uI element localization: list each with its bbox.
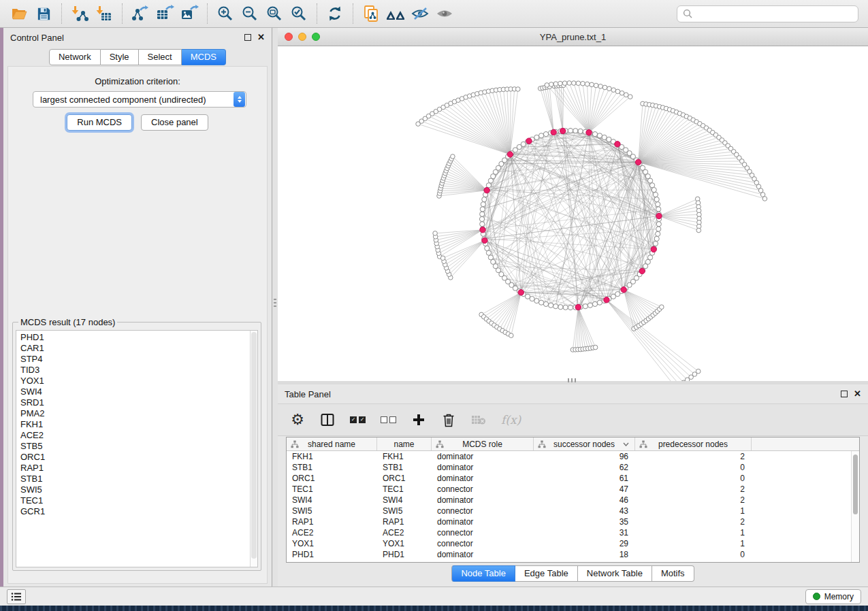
mcds-node-item[interactable]: SWI5 (20, 484, 257, 495)
graph-hub-node[interactable] (635, 159, 641, 165)
graph-node[interactable] (650, 183, 655, 188)
graph-node[interactable] (558, 81, 563, 86)
zoom-in-icon[interactable] (213, 3, 238, 24)
graph-node[interactable] (509, 333, 514, 338)
graph-node[interactable] (696, 369, 701, 374)
graph-node[interactable] (451, 154, 455, 159)
tab-edge-table[interactable]: Edge Table (515, 565, 578, 582)
mcds-node-item[interactable]: ACE2 (20, 430, 257, 441)
graph-hub-node[interactable] (560, 128, 566, 133)
graph-node[interactable] (652, 188, 656, 193)
graph-node[interactable] (488, 255, 493, 260)
mcds-node-item[interactable]: YOX1 (20, 376, 257, 386)
graph-node[interactable] (549, 303, 553, 308)
mcds-node-item[interactable]: PMA2 (20, 408, 257, 419)
add-column-icon[interactable] (411, 411, 426, 429)
table-row[interactable]: TEC1TEC1connector472 (287, 484, 859, 495)
delete-column-icon[interactable] (441, 411, 456, 429)
search-input[interactable] (696, 9, 852, 18)
graph-node[interactable] (590, 82, 594, 87)
graph-hub-node[interactable] (656, 213, 662, 218)
graph-node[interactable] (480, 207, 485, 212)
refresh-icon[interactable] (323, 3, 347, 24)
zoom-selected-icon[interactable] (287, 3, 311, 24)
graph-node[interactable] (602, 135, 607, 139)
graph-node[interactable] (480, 222, 485, 227)
network-graph[interactable] (278, 46, 868, 381)
mcds-node-item[interactable]: STB1 (20, 474, 257, 484)
graph-node[interactable] (539, 133, 544, 138)
graph-node[interactable] (558, 305, 563, 310)
graph-hub-node[interactable] (621, 287, 626, 293)
graph-hub-node[interactable] (615, 142, 620, 147)
graph-node[interactable] (597, 300, 602, 305)
first-neighbors-icon[interactable] (383, 3, 408, 24)
graph-hub-node[interactable] (484, 188, 489, 193)
panel-list-icon[interactable] (7, 589, 26, 604)
hide-selected-icon[interactable] (408, 3, 432, 24)
mcds-node-item[interactable]: STB5 (20, 441, 257, 452)
graph-hub-node[interactable] (518, 290, 524, 295)
open-file-icon[interactable] (7, 3, 31, 24)
graph-node[interactable] (583, 304, 588, 309)
vertical-splitter[interactable] (272, 28, 278, 587)
column-header-successor-nodes[interactable]: successor nodes (534, 437, 635, 450)
tab-node-table[interactable]: Node Table (451, 565, 515, 582)
close-panel-icon[interactable]: ✕ (854, 391, 861, 397)
graph-node[interactable] (656, 202, 660, 207)
save-icon[interactable] (31, 3, 56, 24)
graph-node[interactable] (568, 305, 573, 310)
graph-node[interactable] (568, 128, 573, 133)
import-table-icon[interactable] (92, 3, 116, 24)
float-panel-icon[interactable] (244, 34, 251, 41)
graph-hub-node[interactable] (480, 227, 485, 233)
table-settings-gear-icon[interactable]: ⚙ (290, 411, 305, 429)
graph-hub-node[interactable] (551, 129, 556, 135)
table-row[interactable]: SWI5SWI5connector431 (287, 506, 859, 516)
table-row[interactable]: RAP1RAP1dominator352 (287, 516, 859, 527)
graph-node[interactable] (654, 197, 659, 202)
graph-node[interactable] (656, 207, 661, 212)
graph-node[interactable] (539, 300, 544, 305)
mcds-node-item[interactable]: SWI4 (20, 386, 257, 397)
mcds-node-item[interactable]: PHD1 (20, 332, 257, 343)
graph-node[interactable] (545, 83, 549, 88)
graph-node[interactable] (762, 197, 767, 201)
graph-node[interactable] (482, 197, 487, 202)
close-panel-icon[interactable]: ✕ (257, 34, 265, 41)
float-panel-icon[interactable] (841, 391, 848, 397)
show-all-icon[interactable] (432, 3, 457, 24)
graph-node[interactable] (628, 95, 632, 99)
graph-hub-node[interactable] (526, 138, 532, 144)
column-header-predecessor-nodes[interactable]: predecessor nodes (635, 437, 752, 450)
graph-node[interactable] (562, 81, 567, 86)
column-header-MCDS-role[interactable]: MCDS role (432, 437, 534, 450)
graph-node[interactable] (433, 231, 438, 236)
column-header-shared-name[interactable]: shared name (287, 437, 377, 450)
zoom-out-icon[interactable] (238, 3, 262, 24)
graph-hub-node[interactable] (507, 152, 513, 157)
table-row[interactable]: STB1STB1dominator620 (287, 462, 859, 473)
graph-node[interactable] (598, 84, 603, 89)
graph-node[interactable] (553, 304, 558, 309)
mcds-node-item[interactable]: GCR1 (20, 506, 257, 517)
export-table-icon[interactable] (152, 3, 177, 24)
graph-node[interactable] (653, 192, 658, 197)
graph-node[interactable] (654, 236, 659, 241)
graph-node[interactable] (696, 228, 701, 233)
graph-node[interactable] (480, 212, 485, 216)
graph-node[interactable] (485, 246, 489, 250)
network-canvas[interactable] (278, 46, 868, 381)
tab-mcds[interactable]: MCDS (182, 49, 226, 65)
deselect-all-icon[interactable] (381, 411, 396, 429)
new-network-from-selection-icon[interactable] (359, 3, 383, 24)
export-network-icon[interactable] (128, 3, 152, 24)
close-panel-button[interactable]: Close panel (141, 114, 208, 131)
table-row[interactable]: ACE2ACE2connector311 (287, 527, 859, 538)
graph-node[interactable] (648, 178, 653, 183)
graph-node[interactable] (620, 91, 624, 96)
column-header-name[interactable]: name (377, 437, 432, 450)
mcds-node-item[interactable]: ORC1 (20, 452, 257, 463)
graph-node[interactable] (597, 133, 602, 138)
mcds-node-item[interactable]: SRD1 (20, 397, 257, 408)
